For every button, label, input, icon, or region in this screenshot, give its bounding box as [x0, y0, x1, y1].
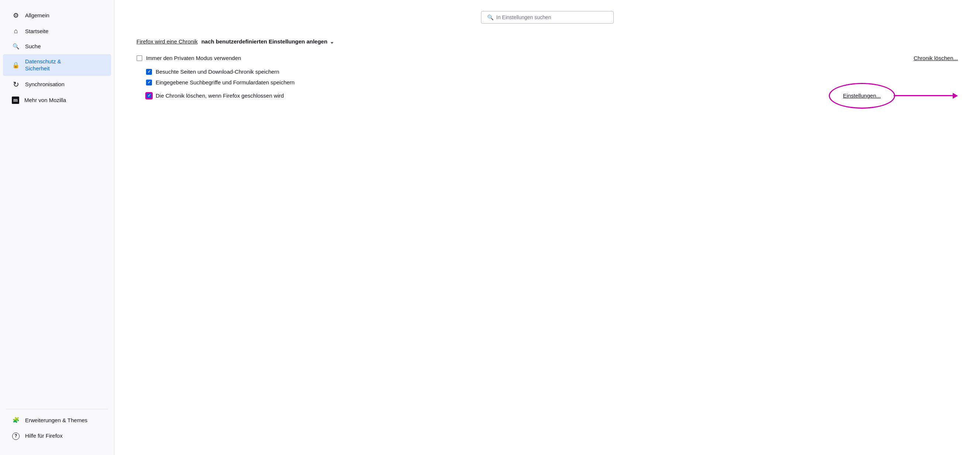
sidebar-item-label: Startseite — [25, 28, 48, 35]
lock-icon: 🔒 — [12, 62, 20, 68]
sidebar-item-label: Synchronisation — [25, 81, 65, 88]
search-form-checkbox-wrapper[interactable]: Eingegebene Suchbegriffe und Formulardat… — [146, 79, 295, 86]
sidebar-item-mehr-von-mozilla[interactable]: m Mehr von Mozilla — [3, 93, 111, 108]
arrow-line — [894, 95, 953, 96]
clear-history-button[interactable]: Chronik löschen... — [913, 55, 958, 61]
clear-on-close-label: Die Chronik löschen, wenn Firefox geschl… — [156, 92, 284, 99]
private-mode-row: Immer den Privaten Modus verwenden Chron… — [137, 55, 958, 61]
options-section: Immer den Privaten Modus verwenden Chron… — [137, 55, 958, 103]
visit-download-row: Besuchte Seiten und Download-Chronik spe… — [137, 66, 958, 77]
sync-icon — [12, 80, 20, 89]
private-mode-checkbox-wrapper[interactable]: Immer den Privaten Modus verwenden — [137, 55, 241, 61]
puzzle-icon: 🧩 — [12, 417, 20, 423]
search-form-label: Eingegebene Suchbegriffe und Formulardat… — [156, 79, 295, 86]
visit-download-checkbox-wrapper[interactable]: Besuchte Seiten und Download-Chronik spe… — [146, 68, 279, 75]
sidebar-item-label: Suche — [25, 43, 41, 50]
visit-download-checkbox[interactable] — [146, 69, 152, 75]
sidebar-top-section: Allgemein ⌂ Startseite 🔍 Suche 🔒 Datensc… — [0, 7, 114, 405]
sidebar-item-erweiterungen[interactable]: 🧩 Erweiterungen & Themes — [3, 413, 111, 428]
gear-icon — [12, 11, 20, 19]
sidebar-item-label: Mehr von Mozilla — [24, 97, 66, 104]
search-bar[interactable]: 🔍 In Einstellungen suchen — [481, 11, 614, 24]
sidebar-divider — [6, 409, 108, 409]
search-icon: 🔍 — [12, 43, 20, 50]
sidebar-item-allgemein[interactable]: Allgemein — [3, 8, 111, 23]
history-dropdown[interactable]: nach benutzerdefinierten Einstellungen a… — [201, 38, 334, 44]
sidebar-bottom-section: 🧩 Erweiterungen & Themes Hilfe für Firef… — [0, 405, 114, 448]
private-mode-label: Immer den Privaten Modus verwenden — [146, 55, 241, 61]
clear-on-close-checkbox-wrapper[interactable]: Die Chronik löschen, wenn Firefox geschl… — [146, 92, 284, 99]
mozilla-icon: m — [12, 97, 19, 104]
sidebar-item-label: Datenschutz & Sicherheit — [25, 58, 61, 72]
main-content: 🔍 In Einstellungen suchen Firefox wird e… — [115, 0, 980, 455]
search-form-checkbox[interactable] — [146, 79, 152, 86]
help-icon — [12, 431, 20, 440]
search-bar-container: 🔍 In Einstellungen suchen — [137, 11, 958, 24]
search-placeholder: In Einstellungen suchen — [496, 14, 551, 20]
home-icon: ⌂ — [12, 27, 20, 35]
clear-on-close-checkbox[interactable] — [146, 93, 152, 99]
einstellungen-area: Einstellungen... — [837, 90, 958, 101]
sidebar-item-synchronisation[interactable]: Synchronisation — [3, 76, 111, 92]
sidebar: Allgemein ⌂ Startseite 🔍 Suche 🔒 Datensc… — [0, 0, 115, 455]
history-dropdown-label: nach benutzerdefinierten Einstellungen a… — [201, 38, 328, 44]
history-row: Firefox wird eine Chronik nach benutzerd… — [137, 38, 958, 44]
sidebar-item-startseite[interactable]: ⌂ Startseite — [3, 24, 111, 39]
arrow-head-icon — [953, 93, 958, 99]
search-form-row: Eingegebene Suchbegriffe und Formulardat… — [137, 77, 958, 88]
sidebar-item-label: Allgemein — [25, 12, 49, 19]
history-prefix-label: Firefox wird eine Chronik — [137, 38, 198, 44]
arrow-indicator — [894, 93, 958, 99]
einstellungen-wrapper: Einstellungen... — [837, 90, 886, 101]
sidebar-item-suche[interactable]: 🔍 Suche — [3, 39, 111, 54]
einstellungen-button[interactable]: Einstellungen... — [837, 90, 886, 101]
sidebar-item-label: Erweiterungen & Themes — [25, 417, 88, 424]
visit-download-label: Besuchte Seiten und Download-Chronik spe… — [156, 68, 279, 75]
sidebar-item-label: Hilfe für Firefox — [25, 432, 63, 439]
chevron-down-icon: ⌄ — [330, 39, 334, 44]
clear-on-close-row: Die Chronik löschen, wenn Firefox geschl… — [137, 88, 958, 103]
search-icon: 🔍 — [487, 14, 493, 20]
sidebar-item-hilfe[interactable]: Hilfe für Firefox — [3, 428, 111, 444]
private-mode-checkbox[interactable] — [137, 55, 142, 61]
sidebar-item-datenschutz[interactable]: 🔒 Datenschutz & Sicherheit — [3, 54, 111, 76]
